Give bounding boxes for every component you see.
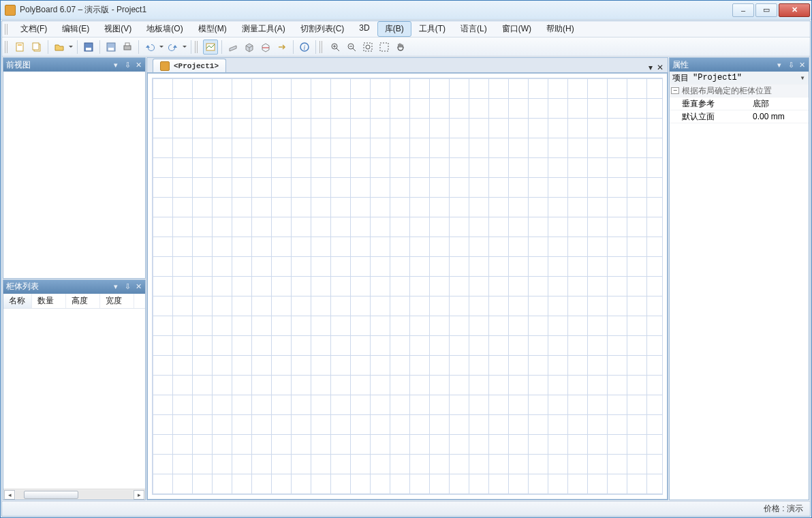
zoom-out-icon[interactable] (344, 40, 359, 55)
toolbar-grip[interactable] (5, 41, 9, 53)
menu-地板墙[interactable]: 地板墙(O) (139, 21, 190, 37)
menubar-grip[interactable] (5, 24, 9, 35)
menu-工具[interactable]: 工具(T) (411, 21, 453, 37)
document-tab-label: <Project1> (174, 62, 219, 70)
toolbar-grip-3[interactable] (319, 41, 324, 53)
app-window: PolyBoard 6.07 – 演示版 - Project1 – ▭ ✕ 文档… (0, 0, 812, 518)
box-icon[interactable] (242, 40, 257, 55)
toolbar-grip-2[interactable] (195, 41, 199, 53)
svg-line-15 (337, 48, 339, 51)
hscrollbar[interactable]: ◂ ▸ (3, 489, 145, 500)
menu-帮助[interactable]: 帮助(H) (539, 21, 582, 37)
right-column: 属性 ▾ ⇩ ✕ 项目 "Project1" ▾ (669, 57, 809, 500)
col-qty[interactable]: 数量 (32, 294, 66, 308)
prop-row[interactable]: 垂直参考 底部 (670, 97, 809, 110)
canvas[interactable] (147, 73, 668, 500)
scroll-thumb[interactable] (24, 491, 78, 499)
prop-section-row[interactable]: − 根据布局确定的柜体位置 (670, 85, 809, 97)
front-view-header[interactable]: 前视图 ▾ ⇩ ✕ (3, 58, 145, 72)
open-icon[interactable] (52, 40, 67, 55)
status-text: 价格 : 演示 (764, 503, 803, 515)
undo-dropdown[interactable] (159, 44, 164, 50)
maximize-button[interactable]: ▭ (755, 3, 777, 17)
document-tab[interactable]: <Project1> (153, 59, 226, 72)
prop-key: 默认立面 (671, 111, 753, 123)
toolbar-separator (48, 40, 48, 54)
prop-project-row[interactable]: 项目 "Project1" ▾ (670, 72, 809, 85)
new-icon[interactable] (13, 40, 28, 55)
panel-menu-icon[interactable]: ▾ (114, 61, 121, 70)
front-view-panel: 前视图 ▾ ⇩ ✕ (3, 57, 146, 279)
panel-close-icon[interactable]: ✕ (136, 282, 142, 291)
inner-frame: 文档(F)编辑(E)视图(V)地板墙(O)模型(M)测量工具(A)切割列表(C)… (1, 20, 811, 517)
pan-icon[interactable] (393, 40, 408, 55)
copy-icon[interactable] (29, 40, 44, 55)
front-view-body[interactable] (3, 72, 145, 278)
col-height[interactable]: 高度 (66, 294, 100, 308)
titlebar[interactable]: PolyBoard 6.07 – 演示版 - Project1 – ▭ ✕ (1, 1, 811, 20)
pin-icon[interactable]: ⇩ (788, 61, 795, 70)
menu-3D[interactable]: 3D (352, 21, 377, 37)
prop-project-label: 项目 (671, 72, 689, 84)
save-icon[interactable] (81, 40, 96, 55)
view-mode-icon[interactable] (203, 40, 218, 55)
panel-menu-icon[interactable]: ▾ (777, 61, 784, 70)
cabinet-list-columns: 名称 数量 高度 宽度 (3, 294, 145, 309)
plane-icon[interactable] (225, 40, 240, 55)
scroll-left-icon[interactable]: ◂ (4, 490, 15, 500)
print-icon[interactable] (120, 40, 135, 55)
collapse-icon[interactable]: − (671, 87, 679, 94)
cabinet-list-area[interactable] (3, 309, 145, 489)
left-column: 前视图 ▾ ⇩ ✕ 柜体列表 (3, 57, 146, 500)
svg-rect-7 (108, 48, 114, 50)
panel-close-icon[interactable]: ✕ (136, 61, 142, 70)
app-icon (5, 5, 16, 16)
prop-row[interactable]: 默认立面 0.00 mm (670, 110, 809, 123)
pin-icon[interactable]: ⇩ (125, 282, 131, 291)
col-width[interactable]: 宽度 (100, 294, 134, 308)
svg-rect-8 (124, 46, 131, 50)
redo-dropdown[interactable] (182, 44, 187, 50)
tab-menu-icon[interactable]: ▾ (649, 63, 653, 72)
minimize-button[interactable]: – (732, 3, 754, 17)
front-view-title: 前视图 (6, 59, 31, 71)
menu-语言[interactable]: 语言(L) (453, 21, 495, 37)
panel-menu-icon[interactable]: ▾ (114, 282, 121, 291)
open-dropdown[interactable] (68, 44, 74, 50)
tab-close-icon[interactable]: ✕ (657, 63, 663, 72)
menu-模型[interactable]: 模型(M) (191, 21, 234, 37)
properties-title: 属性 (672, 59, 689, 71)
arrow-icon[interactable] (275, 40, 290, 55)
workspace: 前视图 ▾ ⇩ ✕ 柜体列表 (2, 57, 810, 501)
cabinet-list-header[interactable]: 柜体列表 ▾ ⇩ ✕ (3, 280, 145, 294)
menu-视图[interactable]: 视图(V) (97, 21, 139, 37)
save-as-icon[interactable] (104, 40, 119, 55)
chevron-down-icon[interactable]: ▾ (798, 73, 807, 83)
menu-切割列表[interactable]: 切割列表(C) (293, 21, 352, 37)
info-icon[interactable]: i (297, 40, 312, 55)
menu-库[interactable]: 库(B) (377, 21, 411, 37)
zoom-window-icon[interactable] (377, 40, 392, 55)
undo-icon[interactable] (142, 40, 157, 55)
center-column: <Project1> ▾ ✕ (146, 57, 668, 500)
window-title: PolyBoard 6.07 – 演示版 - Project1 (20, 4, 731, 16)
zoom-in-icon[interactable] (328, 40, 343, 55)
pin-icon[interactable]: ⇩ (125, 61, 131, 70)
zoom-extent-icon[interactable] (360, 40, 375, 55)
scroll-right-icon[interactable]: ▸ (134, 490, 144, 500)
menu-编辑[interactable]: 编辑(E) (54, 21, 97, 37)
scroll-track[interactable] (16, 490, 133, 500)
svg-rect-0 (16, 43, 23, 51)
menu-测量工具[interactable]: 测量工具(A) (234, 21, 293, 37)
svg-line-19 (353, 48, 356, 51)
properties-header[interactable]: 属性 ▾ ⇩ ✕ (670, 58, 809, 72)
redo-icon[interactable] (166, 40, 181, 55)
menu-窗口[interactable]: 窗口(W) (495, 21, 539, 37)
close-button[interactable]: ✕ (779, 3, 810, 17)
prop-project-value: "Project1" (689, 73, 742, 82)
menu-文档[interactable]: 文档(F) (13, 21, 54, 37)
svg-text:i: i (304, 44, 306, 51)
panel-close-icon[interactable]: ✕ (799, 61, 806, 70)
cut-icon[interactable] (258, 40, 273, 55)
col-name[interactable]: 名称 (3, 294, 32, 308)
